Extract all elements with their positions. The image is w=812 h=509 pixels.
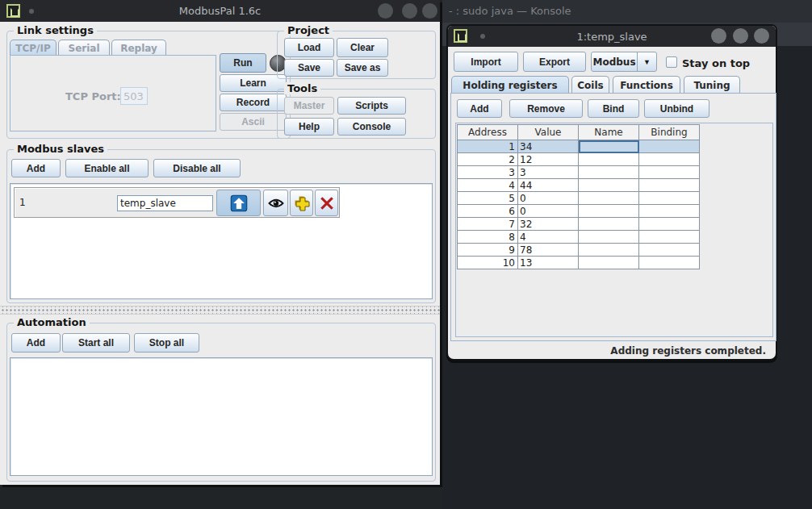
value-cell[interactable]: 13 xyxy=(518,257,579,269)
value-cell[interactable]: 78 xyxy=(518,244,579,257)
konsole-titlebar[interactable]: - : sudo java — Konsole xyxy=(442,0,812,23)
slave-view-button[interactable] xyxy=(263,190,288,216)
address-cell[interactable]: 6 xyxy=(458,205,518,218)
address-cell[interactable]: 9 xyxy=(458,244,518,257)
binding-cell[interactable] xyxy=(639,257,700,269)
value-cell[interactable]: 3 xyxy=(518,166,579,179)
help-button[interactable]: Help xyxy=(284,118,334,136)
tab-replay[interactable]: Replay xyxy=(111,40,166,56)
name-cell[interactable] xyxy=(579,153,639,166)
tab-serial[interactable]: Serial xyxy=(58,40,110,56)
stay-on-top-checkbox[interactable] xyxy=(666,56,677,68)
address-cell[interactable]: 5 xyxy=(458,192,518,205)
export-button[interactable]: Export xyxy=(523,52,586,72)
maximize-button[interactable] xyxy=(402,3,417,19)
column-header[interactable]: Name xyxy=(579,125,639,140)
column-header[interactable]: Binding xyxy=(639,125,700,140)
tcp-port-input[interactable] xyxy=(120,87,148,105)
address-cell[interactable]: 1 xyxy=(458,140,518,153)
table-row[interactable]: 84 xyxy=(458,231,700,244)
value-cell[interactable]: 12 xyxy=(518,153,579,166)
tab-coils[interactable]: Coils xyxy=(571,76,609,94)
tab-functions[interactable]: Functions xyxy=(613,76,680,94)
import-button[interactable]: Import xyxy=(454,52,518,72)
table-row[interactable]: 50 xyxy=(458,192,700,205)
slave-duplicate-button[interactable] xyxy=(290,190,313,216)
binding-cell[interactable] xyxy=(639,205,700,218)
save-button[interactable]: Save xyxy=(284,59,334,77)
table-row[interactable]: 978 xyxy=(458,244,700,257)
name-cell[interactable] xyxy=(579,166,639,179)
table-row[interactable]: 732 xyxy=(458,218,700,231)
name-cell[interactable] xyxy=(579,244,639,257)
maximize-button[interactable] xyxy=(733,28,748,44)
register-scrollpane[interactable]: AddressValueNameBinding 1342123344450607… xyxy=(455,123,773,337)
register-bind-button[interactable]: Bind xyxy=(588,99,639,118)
slave-row[interactable]: 1 xyxy=(14,187,340,218)
close-button[interactable] xyxy=(754,28,769,44)
minimize-button[interactable] xyxy=(378,3,393,19)
name-cell[interactable] xyxy=(579,257,639,269)
column-header[interactable]: Address xyxy=(458,125,518,140)
address-cell[interactable]: 7 xyxy=(458,218,518,231)
value-cell[interactable]: 34 xyxy=(518,140,579,153)
name-cell[interactable] xyxy=(579,179,639,192)
slave-delete-button[interactable] xyxy=(315,190,338,216)
load-button[interactable]: Load xyxy=(284,38,334,57)
value-cell[interactable]: 32 xyxy=(518,218,579,231)
splitpane-divider[interactable] xyxy=(0,306,440,315)
name-cell[interactable] xyxy=(579,218,639,231)
name-cell[interactable] xyxy=(579,205,639,218)
value-cell[interactable]: 0 xyxy=(518,192,579,205)
slave-enable-toggle[interactable] xyxy=(216,190,261,216)
table-row[interactable]: 134 xyxy=(458,140,700,153)
table-row[interactable]: 1013 xyxy=(458,257,700,269)
slave-name-input[interactable] xyxy=(117,195,213,211)
column-header[interactable]: Value xyxy=(518,125,579,140)
register-remove-button[interactable]: Remove xyxy=(509,99,583,118)
save-as-button[interactable]: Save as xyxy=(337,59,388,77)
start-all-button[interactable]: Start all xyxy=(62,333,130,353)
slave-editor-titlebar[interactable]: 1:temp_slave xyxy=(448,26,776,47)
binding-cell[interactable] xyxy=(639,153,700,166)
master-button[interactable]: Master xyxy=(284,97,334,115)
tab-tuning[interactable]: Tuning xyxy=(684,76,740,94)
tab-tcpip[interactable]: TCP/IP xyxy=(10,40,57,56)
address-cell[interactable]: 10 xyxy=(458,257,518,269)
register-table[interactable]: AddressValueNameBinding 1342123344450607… xyxy=(457,124,700,269)
register-unbind-button[interactable]: Unbind xyxy=(644,99,709,118)
minimize-button[interactable] xyxy=(711,28,726,44)
address-cell[interactable]: 3 xyxy=(458,166,518,179)
table-row[interactable]: 60 xyxy=(458,205,700,218)
name-cell[interactable] xyxy=(579,231,639,244)
table-row[interactable]: 444 xyxy=(458,179,700,192)
protocol-select[interactable]: Modbus xyxy=(591,52,638,72)
value-cell[interactable]: 4 xyxy=(518,231,579,244)
disable-all-button[interactable]: Disable all xyxy=(153,159,241,177)
table-row[interactable]: 33 xyxy=(458,166,700,179)
register-add-button[interactable]: Add xyxy=(457,99,502,118)
value-cell[interactable]: 44 xyxy=(518,179,579,192)
console-button[interactable]: Console xyxy=(337,118,406,136)
stop-all-button[interactable]: Stop all xyxy=(134,333,199,353)
close-button[interactable] xyxy=(422,3,437,19)
address-cell[interactable]: 2 xyxy=(458,153,518,166)
name-cell[interactable] xyxy=(579,140,639,153)
binding-cell[interactable] xyxy=(639,179,700,192)
address-cell[interactable]: 8 xyxy=(458,231,518,244)
value-cell[interactable]: 0 xyxy=(518,205,579,218)
binding-cell[interactable] xyxy=(639,244,700,257)
tab-holding-registers[interactable]: Holding registers xyxy=(451,76,569,94)
binding-cell[interactable] xyxy=(639,192,700,205)
binding-cell[interactable] xyxy=(639,140,700,153)
enable-all-button[interactable]: Enable all xyxy=(65,159,149,177)
address-cell[interactable]: 4 xyxy=(458,179,518,192)
automation-add-button[interactable]: Add xyxy=(11,333,61,353)
clear-button[interactable]: Clear xyxy=(337,38,388,57)
scripts-button[interactable]: Scripts xyxy=(337,97,406,115)
protocol-select-arrow[interactable]: ▼ xyxy=(637,52,657,72)
slaves-add-button[interactable]: Add xyxy=(11,159,61,177)
binding-cell[interactable] xyxy=(639,166,700,179)
modbuspal-titlebar[interactable]: ModbusPal 1.6c xyxy=(0,0,440,22)
binding-cell[interactable] xyxy=(639,218,700,231)
